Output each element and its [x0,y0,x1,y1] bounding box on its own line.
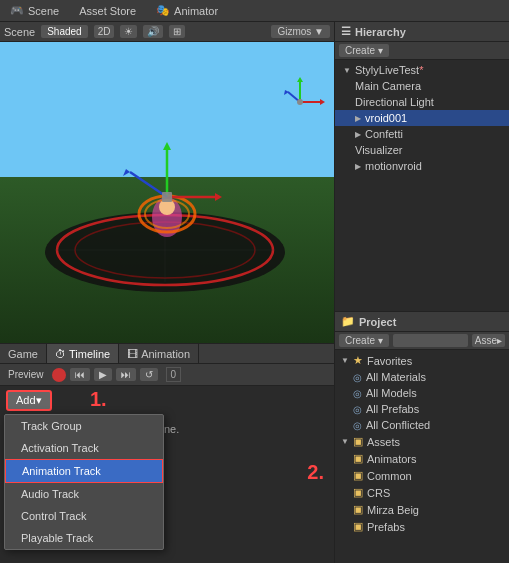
step2-label: 2. [307,461,324,484]
timeline-toolbar: Preview ⏮ ▶ ⏭ ↺ 0 [0,364,334,386]
project-all-models[interactable]: ◎ All Models [335,385,509,401]
top-toolbar: 🎮 Scene Asset Store 🎭 Animator [0,0,509,22]
gizmos-button[interactable]: Gizmos ▼ [271,25,330,38]
project-crs[interactable]: ▣ CRS [335,484,509,501]
hierarchy-item-main-camera[interactable]: Main Camera [335,78,509,94]
screen-icon[interactable]: ⊞ [169,25,185,38]
project-toolbar: Create ▾ Asse▸ [335,332,509,350]
mirza-beig-label: Mirza Beig [367,504,419,516]
skip-forward-button[interactable]: ⏭ [116,368,136,381]
scene-view: Scene Shaded 2D ☀ 🔊 ⊞ Gizmos ▼ [0,22,334,343]
assets-label: Assets [367,436,400,448]
hierarchy-header: ☰ Hierarchy [335,22,509,42]
tab-timeline[interactable]: ⏱ Timeline [47,344,119,363]
project-create-button[interactable]: Create ▾ [339,334,389,347]
hierarchy-item-confetti[interactable]: ▶ Confetti [335,126,509,142]
star-icon: ★ [353,354,363,367]
main-layout: Scene Shaded 2D ☀ 🔊 ⊞ Gizmos ▼ [0,22,509,563]
project-all-prefabs[interactable]: ◎ All Prefabs [335,401,509,417]
animators-folder-icon: ▣ [353,452,363,465]
timeline-content: Add▾ 1. Track Group Activation Track Ani… [0,386,334,563]
hierarchy-item-visualizer[interactable]: Visualizer [335,142,509,158]
animators-label: Animators [367,453,417,465]
hierarchy-toolbar: Create ▾ [335,42,509,60]
scene-svg [0,42,334,307]
hierarchy-create-button[interactable]: Create ▾ [339,44,389,57]
hierarchy-item-vroid001[interactable]: ▶ vroid001 [335,110,509,126]
skip-back-button[interactable]: ⏮ [70,368,90,381]
motionvroid-arrow-icon: ▶ [355,162,361,171]
hierarchy-item-scene-root[interactable]: ▼ StylyLiveTest* [335,62,509,78]
tab-animator[interactable]: 🎭 Animator [150,2,224,19]
preview-label: Preview [4,368,48,381]
scene-icon: 🎮 [10,4,24,17]
project-search-bar[interactable] [393,334,468,347]
tab-animation[interactable]: 🎞 Animation [119,344,199,363]
svg-marker-10 [215,193,222,201]
project-assets-section[interactable]: ▼ ▣ Assets [335,433,509,450]
svg-marker-17 [297,77,303,82]
scene-3d-viewport[interactable] [0,42,334,343]
tab-game[interactable]: Game [0,344,47,363]
arrow-icon: ▼ [343,66,351,75]
favorites-arrow-icon: ▼ [341,356,349,365]
audio-track-item[interactable]: Audio Track [5,483,163,505]
activation-track-item[interactable]: Activation Track [5,437,163,459]
tab-scene[interactable]: 🎮 Scene [4,2,65,19]
scene-root-label: StylyLiveTest* [355,64,423,76]
dropdown-container: Add▾ 1. Track Group Activation Track Ani… [0,386,334,415]
bottom-section: Game ⏱ Timeline 🎞 Animation Preview ⏮ ▶ … [0,343,334,563]
vroid-arrow-icon: ▶ [355,114,361,123]
motionvroid-label: motionvroid [365,160,422,172]
tab-asset-store[interactable]: Asset Store [73,3,142,19]
favorites-label: Favorites [367,355,412,367]
control-track-item[interactable]: Control Track [5,505,163,527]
svg-point-22 [297,99,303,105]
model-icon: ◎ [353,388,362,399]
confetti-arrow-icon: ▶ [355,130,361,139]
add-button[interactable]: Add▾ [6,390,52,411]
project-mirza-beig[interactable]: ▣ Mirza Beig [335,501,509,518]
all-materials-label: All Materials [366,371,426,383]
track-group-item[interactable]: Track Group [5,415,163,437]
project-prefabs[interactable]: ▣ Prefabs [335,518,509,535]
project-favorites-section[interactable]: ▼ ★ Favorites [335,352,509,369]
left-panel: Scene Shaded 2D ☀ 🔊 ⊞ Gizmos ▼ [0,22,335,563]
project-title: Project [359,316,396,328]
material-icon: ◎ [353,372,362,383]
asset-store-mini-button[interactable]: Asse▸ [472,334,505,347]
scene-toolbar: Scene Shaded 2D ☀ 🔊 ⊞ Gizmos ▼ [0,22,334,42]
project-all-materials[interactable]: ◎ All Materials [335,369,509,385]
2d-button[interactable]: 2D [94,25,115,38]
project-content: ▼ ★ Favorites ◎ All Materials ◎ All Mode… [335,350,509,563]
directional-light-label: Directional Light [355,96,434,108]
project-icon: 📁 [341,315,355,328]
prefabs-folder-icon: ▣ [353,520,363,533]
all-models-label: All Models [366,387,417,399]
bottom-tabs: Game ⏱ Timeline 🎞 Animation [0,344,334,364]
common-folder-icon: ▣ [353,469,363,482]
hierarchy-item-motionvroid[interactable]: ▶ motionvroid [335,158,509,174]
tab-animator-label: Animator [174,5,218,17]
playable-track-item[interactable]: Playable Track [5,527,163,549]
play-button[interactable]: ▶ [94,368,112,381]
audio-icon[interactable]: 🔊 [143,25,163,38]
crs-label: CRS [367,487,390,499]
frame-number[interactable]: 0 [166,367,182,382]
animation-track-item[interactable]: Animation Track [5,459,163,483]
project-common[interactable]: ▣ Common [335,467,509,484]
shaded-button[interactable]: Shaded [41,25,87,38]
light-icon[interactable]: ☀ [120,25,137,38]
tab-game-label: Game [8,348,38,360]
confetti-label: Confetti [365,128,403,140]
timeline-icon: ⏱ [55,348,66,360]
loop-button[interactable]: ↺ [140,368,158,381]
scene-tab-label: Scene [4,26,35,38]
add-dropdown-menu: Track Group Activation Track Animation T… [4,414,164,550]
hierarchy-item-directional-light[interactable]: Directional Light [335,94,509,110]
all-prefabs-label: All Prefabs [366,403,419,415]
project-all-conflicted[interactable]: ◎ All Conflicted [335,417,509,433]
project-animators[interactable]: ▣ Animators [335,450,509,467]
record-button[interactable] [52,368,66,382]
right-panel: ☰ Hierarchy Create ▾ ▼ StylyLiveTest* Ma… [335,22,509,563]
